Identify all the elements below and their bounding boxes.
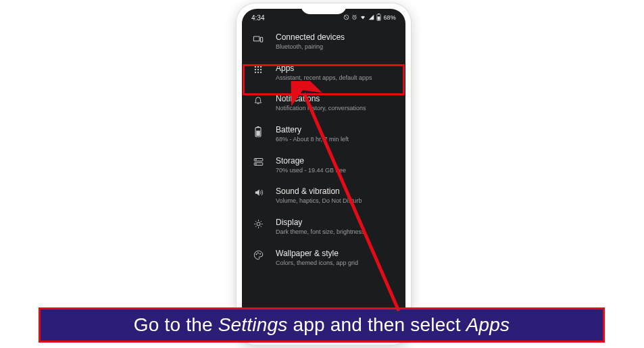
svg-point-27 bbox=[255, 164, 256, 164]
item-subtitle: Assistant, recent apps, default apps bbox=[276, 74, 396, 82]
battery-icon bbox=[255, 126, 262, 137]
svg-point-15 bbox=[255, 69, 256, 70]
svg-point-18 bbox=[255, 72, 256, 73]
alarm-icon bbox=[351, 14, 357, 22]
svg-point-38 bbox=[257, 253, 258, 253]
devices-icon bbox=[253, 34, 264, 45]
settings-item-storage[interactable]: Storage 70% used - 19.44 GB free bbox=[242, 150, 405, 181]
svg-line-36 bbox=[260, 221, 261, 222]
settings-item-notifications[interactable]: Notifications Notification history, conv… bbox=[242, 88, 405, 119]
item-title: Connected devices bbox=[276, 32, 396, 43]
sound-icon bbox=[253, 188, 264, 197]
item-subtitle: 70% used - 19.44 GB free bbox=[276, 167, 396, 175]
settings-item-battery[interactable]: Battery 68% - About 8 hr, 7 min left bbox=[242, 119, 405, 150]
settings-item-wallpaper[interactable]: Wallpaper & style Colors, themed icons, … bbox=[242, 243, 405, 274]
settings-item-apps[interactable]: Apps Assistant, recent apps, default app… bbox=[242, 57, 405, 89]
settings-item-sound[interactable]: Sound & vibration Volume, haptics, Do No… bbox=[242, 180, 405, 212]
svg-point-13 bbox=[257, 66, 259, 67]
phone-frame: 4:34 68% Connected devices Bluetooth, pa… bbox=[237, 3, 411, 345]
svg-rect-10 bbox=[253, 36, 259, 41]
signal-icon bbox=[368, 14, 374, 22]
svg-point-37 bbox=[255, 253, 256, 254]
brightness-icon bbox=[253, 219, 264, 229]
item-subtitle: Bluetooth, pairing bbox=[276, 43, 396, 51]
svg-line-35 bbox=[255, 226, 256, 227]
palette-icon bbox=[253, 250, 264, 260]
svg-point-26 bbox=[255, 159, 256, 160]
svg-line-34 bbox=[260, 226, 261, 227]
svg-point-28 bbox=[257, 222, 260, 226]
svg-line-4 bbox=[355, 17, 355, 18]
settings-list[interactable]: Connected devices Bluetooth, pairing App… bbox=[242, 24, 405, 274]
svg-rect-23 bbox=[257, 126, 259, 128]
svg-rect-9 bbox=[378, 14, 380, 14]
svg-rect-22 bbox=[256, 130, 260, 136]
svg-rect-11 bbox=[260, 37, 262, 42]
instruction-banner: Go to the Settings app and then select A… bbox=[39, 307, 605, 343]
svg-line-5 bbox=[353, 15, 353, 16]
apps-grid-icon bbox=[253, 65, 263, 74]
svg-point-12 bbox=[255, 66, 256, 67]
item-title: Notifications bbox=[276, 94, 396, 104]
item-title: Display bbox=[276, 218, 396, 228]
item-title: Wallpaper & style bbox=[276, 249, 396, 259]
item-subtitle: Colors, themed icons, app grid bbox=[276, 259, 396, 268]
svg-line-1 bbox=[345, 16, 349, 19]
svg-point-20 bbox=[260, 72, 262, 73]
svg-line-6 bbox=[355, 15, 356, 16]
bell-icon bbox=[253, 95, 263, 105]
item-subtitle: 68% - About 8 hr, 7 min left bbox=[276, 136, 396, 144]
wifi-icon bbox=[360, 14, 366, 22]
svg-line-33 bbox=[255, 221, 256, 222]
svg-point-19 bbox=[257, 72, 259, 73]
svg-point-39 bbox=[259, 253, 260, 254]
battery-icon bbox=[376, 14, 381, 22]
item-title: Storage bbox=[276, 156, 396, 166]
status-indicators: 68% bbox=[343, 14, 396, 22]
item-subtitle: Dark theme, font size, brightness bbox=[276, 228, 396, 237]
battery-percent: 68% bbox=[383, 14, 396, 21]
storage-icon bbox=[253, 157, 264, 166]
item-title: Battery bbox=[276, 125, 396, 135]
settings-item-display[interactable]: Display Dark theme, font size, brightnes… bbox=[242, 212, 405, 243]
phone-screen: 4:34 68% Connected devices Bluetooth, pa… bbox=[242, 9, 405, 339]
status-time: 4:34 bbox=[251, 14, 264, 22]
svg-rect-8 bbox=[378, 16, 380, 20]
item-title: Apps bbox=[276, 64, 396, 74]
item-title: Sound & vibration bbox=[276, 187, 396, 197]
instruction-text: Go to the Settings app and then select A… bbox=[134, 314, 510, 336]
item-subtitle: Notification history, conversations bbox=[276, 105, 396, 113]
svg-point-16 bbox=[257, 69, 259, 70]
item-subtitle: Volume, haptics, Do Not Disturb bbox=[276, 197, 396, 205]
dnd-icon bbox=[343, 14, 349, 22]
svg-point-17 bbox=[260, 69, 262, 70]
phone-notch bbox=[301, 3, 347, 14]
svg-point-14 bbox=[260, 66, 262, 67]
settings-item-connected-devices[interactable]: Connected devices Bluetooth, pairing bbox=[242, 26, 405, 57]
